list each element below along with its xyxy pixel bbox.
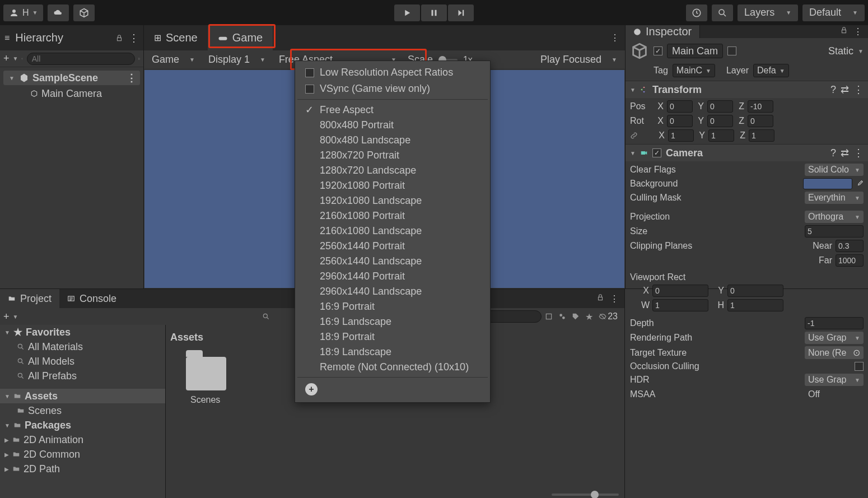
aspect-option[interactable]: 2960x1440 Portrait <box>297 269 488 284</box>
rot-z-input[interactable] <box>748 115 773 127</box>
hdr-dropdown[interactable]: Use Grap▼ <box>805 374 864 386</box>
aspect-option[interactable]: 2160x1080 Landscape <box>297 224 488 239</box>
expand-icon[interactable]: ▼ <box>630 150 636 156</box>
scene-item[interactable]: ▼ SampleScene ⋮ <box>3 71 140 85</box>
context-menu-icon[interactable]: ⋮ <box>610 294 619 304</box>
save-filter-icon[interactable] <box>138 55 140 63</box>
filter-icon[interactable] <box>545 313 553 320</box>
tab-inspector[interactable]: Inspector <box>626 25 700 38</box>
vsync-option[interactable]: VSync (Game view only) <box>297 81 488 97</box>
checkbox[interactable] <box>305 85 314 94</box>
transform-header[interactable]: ▼ Transform ? ⇄ ⋮ <box>626 81 868 98</box>
active-checkbox[interactable] <box>654 46 662 55</box>
folder-item[interactable]: Scenes <box>0 403 165 418</box>
label-filter-icon[interactable] <box>572 313 580 320</box>
package-button[interactable] <box>73 4 95 21</box>
depth-input[interactable] <box>805 317 864 329</box>
favorite-item[interactable]: All Models <box>0 354 165 369</box>
layers-dropdown[interactable]: Layers▼ <box>738 4 798 21</box>
target-texture-field[interactable]: None (Re⊙ <box>805 346 864 359</box>
hidden-icon[interactable] <box>599 313 606 320</box>
viewport-y-input[interactable] <box>727 285 783 297</box>
expand-icon[interactable]: ▼ <box>630 87 636 93</box>
search-button[interactable] <box>712 4 733 21</box>
lock-icon[interactable] <box>115 34 123 42</box>
aspect-option[interactable]: 1920x1080 Landscape <box>297 193 488 208</box>
package-item[interactable]: ▶2D Common <box>0 447 165 462</box>
viewport-x-input[interactable] <box>652 285 708 297</box>
clear-flags-dropdown[interactable]: Solid Colo▼ <box>805 164 864 176</box>
game-select-dropdown[interactable]: Game▼ <box>146 52 200 68</box>
step-button[interactable] <box>448 4 474 21</box>
aspect-option[interactable]: 18:9 Landscape <box>297 345 488 360</box>
aspect-option[interactable]: ✓Free Aspect <box>297 102 488 118</box>
aspect-option[interactable]: 16:9 Portrait <box>297 299 488 314</box>
lock-icon[interactable] <box>596 294 604 301</box>
aspect-option[interactable]: 2960x1440 Landscape <box>297 284 488 299</box>
gameobject-name-input[interactable] <box>667 44 723 58</box>
viewport-h-input[interactable] <box>727 299 783 311</box>
scale-z-input[interactable] <box>749 129 774 142</box>
pos-y-input[interactable] <box>707 100 733 113</box>
camera-enabled-checkbox[interactable] <box>652 148 661 157</box>
add-aspect-button[interactable]: + <box>297 380 488 399</box>
tab-game[interactable]: Game <box>208 25 273 50</box>
favorite-item[interactable]: All Materials <box>0 339 165 354</box>
add-button[interactable]: + <box>3 311 10 323</box>
help-icon[interactable]: ? <box>830 84 836 96</box>
checkbox[interactable] <box>305 68 314 77</box>
play-focused-dropdown[interactable]: Play Focused▼ <box>535 52 623 68</box>
layer-dropdown[interactable]: Defa▼ <box>753 64 789 77</box>
rot-x-input[interactable] <box>667 115 693 127</box>
preset-icon[interactable]: ⇄ <box>841 83 849 96</box>
aspect-option[interactable]: 1280x720 Landscape <box>297 163 488 178</box>
package-item[interactable]: ▶2D Animation <box>0 432 165 447</box>
lock-icon[interactable] <box>840 26 848 34</box>
help-icon[interactable]: ? <box>830 147 836 159</box>
package-item[interactable]: ▶2D Path <box>0 462 165 476</box>
msaa-dropdown[interactable]: Off <box>805 388 864 401</box>
aspect-option[interactable]: 800x480 Landscape <box>297 133 488 148</box>
thumbnail-size-slider[interactable] <box>552 494 619 496</box>
static-checkbox[interactable] <box>727 46 736 55</box>
scale-x-input[interactable] <box>668 129 694 142</box>
add-button[interactable]: + <box>3 53 10 64</box>
projection-dropdown[interactable]: Orthogra▼ <box>805 211 864 223</box>
context-menu-icon[interactable]: ⋮ <box>129 32 139 44</box>
display-dropdown[interactable]: Display 1▼ <box>203 52 271 68</box>
context-menu-icon[interactable]: ⋮ <box>853 83 864 96</box>
scale-y-input[interactable] <box>708 129 734 142</box>
hierarchy-search-input[interactable] <box>27 53 135 65</box>
aspect-option[interactable]: 2560x1440 Portrait <box>297 239 488 254</box>
context-menu-icon[interactable]: ⋮ <box>853 147 864 159</box>
near-input[interactable] <box>836 240 864 252</box>
expand-icon[interactable]: ▼ <box>9 75 15 81</box>
context-menu-icon[interactable]: ⋮ <box>127 72 137 84</box>
eyedropper-icon[interactable] <box>856 180 864 188</box>
assets-folder[interactable]: ▼Assets <box>0 389 165 403</box>
aspect-option[interactable]: 800x480 Portrait <box>297 118 488 133</box>
tab-project[interactable]: Project <box>0 289 59 308</box>
packages-folder[interactable]: ▼Packages <box>0 418 165 432</box>
history-button[interactable] <box>686 4 707 21</box>
viewport-w-input[interactable] <box>652 299 708 311</box>
rot-y-input[interactable] <box>707 115 733 127</box>
tab-console[interactable]: Console <box>59 289 124 308</box>
pos-z-input[interactable] <box>748 100 773 113</box>
link-icon[interactable] <box>630 132 638 139</box>
cloud-button[interactable] <box>48 4 69 21</box>
pos-x-input[interactable] <box>667 100 693 113</box>
tag-dropdown[interactable]: MainC▼ <box>673 64 715 77</box>
tab-scene[interactable]: ⊞ Scene <box>144 25 208 50</box>
aspect-option[interactable]: 16:9 Landscape <box>297 314 488 329</box>
favorite-item[interactable]: All Prefabs <box>0 369 165 383</box>
favorite-icon[interactable]: ★ <box>585 311 593 322</box>
favorites-folder[interactable]: ▼★Favorites <box>0 325 165 339</box>
hierarchy-dropdown-icon[interactable]: ≡ <box>4 33 10 43</box>
aspect-option[interactable]: 1280x720 Portrait <box>297 148 488 163</box>
aspect-option[interactable]: 2560x1440 Landscape <box>297 254 488 269</box>
occlusion-checkbox[interactable] <box>855 362 864 371</box>
context-menu-icon[interactable]: ⋮ <box>853 26 862 37</box>
rendering-path-dropdown[interactable]: Use Grap▼ <box>805 332 864 344</box>
background-color-field[interactable] <box>803 178 852 189</box>
